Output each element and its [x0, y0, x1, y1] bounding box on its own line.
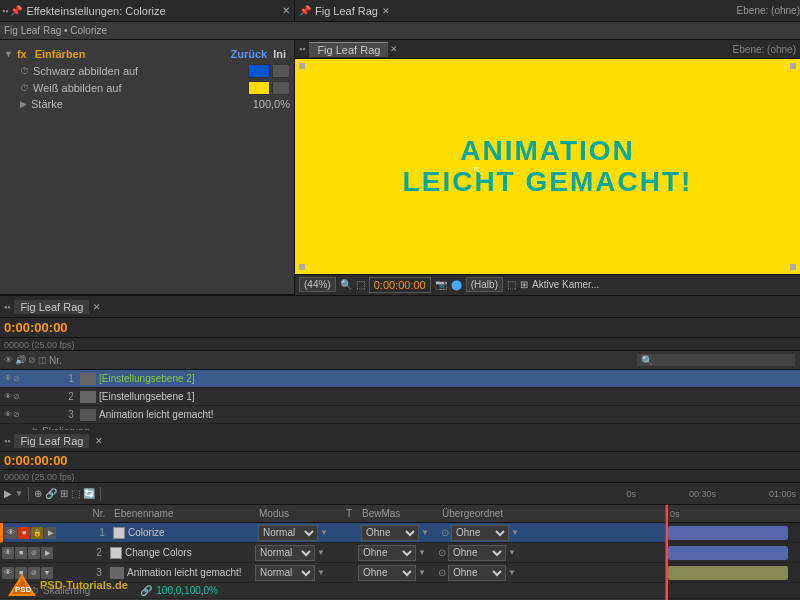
- expand-stärke-icon[interactable]: ▶: [20, 99, 27, 109]
- layer-row-1[interactable]: 👁 ■ 🔒 ▶ 1 Colorize Normal ▼: [0, 523, 665, 543]
- ini-btn[interactable]: Ini: [273, 48, 286, 60]
- comp-quality-select[interactable]: (Halb): [466, 277, 503, 292]
- tl-tool-6[interactable]: 🔄: [83, 488, 95, 499]
- comp-cam-label[interactable]: Aktive Kamer...: [532, 279, 599, 290]
- uber-arrow-3: ▼: [508, 568, 516, 577]
- skalierung-link-icon: 🔗: [140, 585, 152, 596]
- skalierung-value[interactable]: 100,0,100,0%: [156, 585, 218, 596]
- btn3-2[interactable]: ⊘: [28, 547, 40, 559]
- stärke-value[interactable]: 100,0%: [253, 98, 290, 110]
- mini-ctrl-1[interactable]: 👁: [4, 355, 13, 365]
- weiß-color-btn[interactable]: [272, 81, 290, 95]
- eye-btn-1[interactable]: 👁: [5, 527, 17, 539]
- schwarz-color-swatch[interactable]: [248, 64, 270, 78]
- col-uber-header: Übergeordnet: [438, 508, 538, 519]
- mini-layer-row-3[interactable]: 👁 ⊘ 3 Animation leicht gemacht!: [0, 406, 800, 424]
- zoom-display[interactable]: (44%): [299, 277, 336, 292]
- bewmas-select-1[interactable]: Ohne: [361, 525, 419, 541]
- mini-ctrl-2[interactable]: 🔊: [15, 355, 26, 365]
- top-bar: ▪▪ 📌 Effekteinstellungen: Colorize ✕ 📌 F…: [0, 0, 800, 22]
- btn2-2[interactable]: ■: [15, 547, 27, 559]
- mini-layer-icon-1: [80, 373, 96, 385]
- tl-dropdown-arrow[interactable]: ▼: [15, 489, 23, 498]
- mini-layer-name-3: Animation leicht gemacht!: [99, 409, 800, 420]
- uber-select-1[interactable]: Ohne: [451, 525, 509, 541]
- comp-panel-wrapper: ▪▪ Fig Leaf Rag ✕ Ebene: (ohne) ANIMATIO…: [295, 40, 800, 295]
- fx-row-schwarz: ⏱ Schwarz abbilden auf: [4, 64, 290, 78]
- bewmas-arrow-1: ▼: [421, 528, 429, 537]
- comp-tab-top[interactable]: Fig Leaf Rag: [315, 5, 378, 17]
- panel-icon1: ▪▪: [2, 6, 8, 16]
- mini-tab[interactable]: Fig Leaf Rag: [14, 300, 89, 314]
- tl-sep2: [100, 487, 101, 501]
- main-timecode-row: 0:00:00:00: [0, 452, 800, 470]
- comp-color-icon[interactable]: ⬤: [451, 279, 462, 290]
- schwarz-color-btn[interactable]: [272, 64, 290, 78]
- mini-timeline-header: ▪▪ Fig Leaf Rag ✕: [0, 296, 800, 318]
- lock-btn-1[interactable]: 🔒: [31, 527, 43, 539]
- mini-controls-row: 👁 🔊 ⊘ ◫ Nr.: [0, 351, 800, 370]
- track-bar-1: [668, 526, 788, 540]
- mini-search-input[interactable]: [636, 353, 796, 367]
- uber-select-3[interactable]: Ohne: [448, 565, 506, 581]
- red-btn-1[interactable]: ■: [18, 527, 30, 539]
- track-row-1: [666, 523, 800, 543]
- tl-tool-5[interactable]: ⬚: [71, 488, 80, 499]
- tl-tool-3[interactable]: 🔗: [45, 488, 57, 499]
- mini-ctrl-3[interactable]: ⊘: [28, 355, 36, 365]
- comp-top-tab[interactable]: Fig Leaf Rag: [309, 42, 388, 57]
- comp-toolbar-icon4[interactable]: ⊞: [520, 279, 528, 290]
- comp-cam-icon[interactable]: 📷: [435, 279, 447, 290]
- stopwatch-icon-2[interactable]: ⏱: [20, 83, 29, 93]
- uber-chain-1: ⊙: [441, 527, 449, 538]
- mini-layer-icon-2: [80, 391, 96, 403]
- comp-timecode[interactable]: 0:00:00:00: [369, 277, 431, 293]
- panel-close[interactable]: ✕: [282, 5, 290, 16]
- effects-panel: ▼ fx Einfärben Zurück Ini ⏱ Schwarz abbi…: [0, 40, 295, 295]
- comp-toolbar-icon1[interactable]: 🔍: [340, 279, 352, 290]
- comp-text-line2: LEICHT GEMACHT!: [403, 167, 693, 198]
- bewmas-cell-1: Ohne ▼: [361, 525, 441, 541]
- mini-timecode[interactable]: 0:00:00:00: [4, 320, 68, 335]
- expand-btn-1[interactable]: ▶: [44, 527, 56, 539]
- main-timecode[interactable]: 0:00:00:00: [4, 453, 68, 468]
- weiß-color-swatch[interactable]: [248, 81, 270, 95]
- uber-select-2[interactable]: Ohne: [448, 545, 506, 561]
- zurück-btn[interactable]: Zurück: [230, 48, 267, 60]
- comp-tab-close[interactable]: ✕: [382, 6, 390, 16]
- main-top: ▼ fx Einfärben Zurück Ini ⏱ Schwarz abbi…: [0, 40, 800, 295]
- mini-layer-row-2[interactable]: 👁 ⊘ 2 [Einstellungsebene 1]: [0, 388, 800, 406]
- comp-toolbar-icon2[interactable]: ⬚: [356, 279, 365, 290]
- mini-layer-row-1[interactable]: 👁 ⊘ 1 [Einstellungsebene 2]: [0, 370, 800, 388]
- fx-title-left: ▼ fx Einfärben: [4, 48, 85, 60]
- mini-layer-name-1: [Einstellungsebene 2]: [99, 373, 800, 384]
- bewmas-arrow-2: ▼: [418, 548, 426, 557]
- track-row-2: [666, 543, 800, 563]
- comp-tab-close2[interactable]: ✕: [390, 44, 398, 54]
- layer-nr-2: 2: [88, 547, 110, 558]
- stopwatch-icon-1[interactable]: ⏱: [20, 66, 29, 76]
- main-tab-close[interactable]: ✕: [95, 436, 103, 446]
- track-skal-row: [666, 583, 800, 599]
- tl-tool-2[interactable]: ⊕: [34, 488, 42, 499]
- ruler-0s: 0s: [670, 509, 680, 519]
- modus-select-3[interactable]: Normal: [255, 565, 315, 581]
- fx-expand-icon[interactable]: ▼: [4, 49, 13, 59]
- bewmas-select-3[interactable]: Ohne: [358, 565, 416, 581]
- mini-ctrl-4[interactable]: ◫: [38, 355, 47, 365]
- layer-row-2[interactable]: 👁 ■ ⊘ ▶ 2 Change Colors Normal ▼: [0, 543, 665, 563]
- main-tab[interactable]: Fig Leaf Rag: [14, 434, 89, 448]
- expand-btn-2[interactable]: ▶: [41, 547, 53, 559]
- mini-timeline: ▪▪ Fig Leaf Rag ✕ 0:00:00:00 00000 (25.0…: [0, 295, 800, 430]
- eye-btn-2[interactable]: 👁: [2, 547, 14, 559]
- modus-select-1[interactable]: Normal: [258, 525, 318, 541]
- layer-ctrls-2: 👁 ■ ⊘ ▶: [0, 547, 88, 559]
- modus-select-2[interactable]: Normal: [255, 545, 315, 561]
- comp-toolbar-icon3[interactable]: ⬚: [507, 279, 516, 290]
- tl-tool-1[interactable]: ▶: [4, 488, 12, 499]
- tl-tool-4[interactable]: ⊞: [60, 488, 68, 499]
- mini-tab-close[interactable]: ✕: [93, 302, 101, 312]
- col-modus-header: Modus: [255, 508, 340, 519]
- bewmas-select-2[interactable]: Ohne: [358, 545, 416, 561]
- modus-arrow-3: ▼: [317, 568, 325, 577]
